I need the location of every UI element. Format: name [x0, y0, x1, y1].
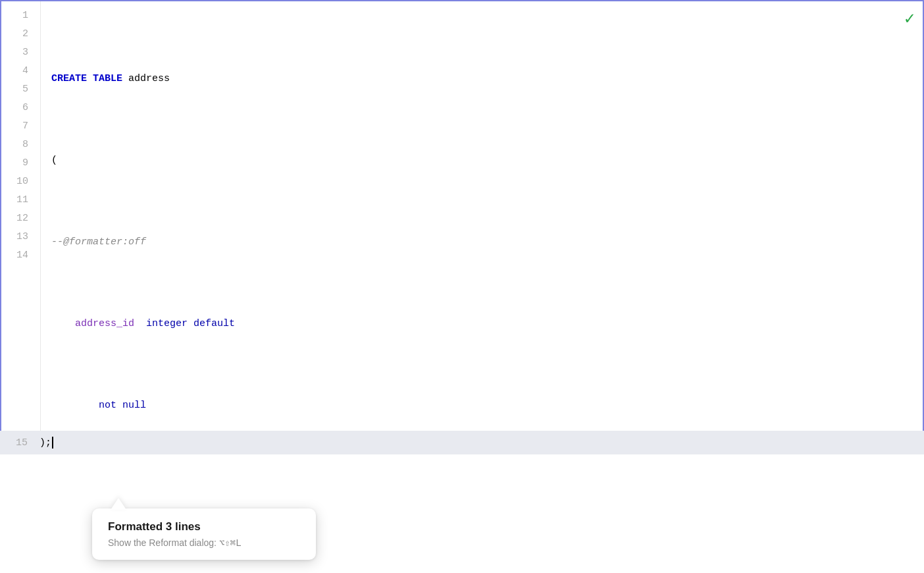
line-num-5: 5 [8, 80, 34, 99]
line-numbers: 1 2 3 4 5 6 7 8 9 10 11 12 13 14 [1, 1, 41, 453]
code-body: 1 2 3 4 5 6 7 8 9 10 11 12 13 14 CREATE … [1, 1, 923, 453]
tooltip-arrow [111, 498, 126, 510]
line-num-12: 12 [8, 209, 34, 228]
line-num-3: 3 [8, 43, 34, 62]
tooltip-popup: Formatted 3 lines Show the Reformat dial… [92, 508, 316, 560]
last-line-number: 15 [0, 437, 39, 449]
line-num-7: 7 [8, 117, 34, 136]
col-address-id: address_id [75, 316, 134, 332]
line-num-8: 8 [8, 136, 34, 154]
tooltip-title: Formatted 3 lines [108, 520, 297, 533]
line-num-1: 1 [8, 7, 34, 25]
code-line-3: --@formatter:off [51, 233, 912, 252]
tooltip-subtitle: Show the Reformat dialog: ⌥⇧⌘L [108, 537, 297, 548]
line-num-2: 2 [8, 25, 34, 43]
last-line-code: ); [39, 437, 53, 449]
code-line-4: address_id integer default [51, 315, 912, 333]
line-num-10: 10 [8, 173, 34, 191]
keyword-table: TABLE [93, 71, 122, 87]
editor-area: ✓ 1 2 3 4 5 6 7 8 9 10 11 12 13 14 [0, 0, 924, 573]
line-num-14: 14 [8, 246, 34, 265]
code-line-1: CREATE TABLE address [51, 70, 912, 88]
formatter-off-comment: --@formatter:off [51, 234, 146, 250]
keyword-create: CREATE [51, 71, 87, 87]
check-icon: ✓ [904, 8, 915, 29]
line-num-6: 6 [8, 99, 34, 117]
code-editor[interactable]: ✓ 1 2 3 4 5 6 7 8 9 10 11 12 13 14 [0, 0, 924, 454]
keyboard-shortcut: ⌥⇧⌘L [219, 537, 242, 548]
line-num-4: 4 [8, 62, 34, 80]
cursor [52, 437, 53, 449]
line-num-13: 13 [8, 228, 34, 246]
code-line-5: not null [51, 396, 912, 415]
line-num-9: 9 [8, 154, 34, 173]
last-line-area: 15 ); [0, 431, 924, 454]
code-content[interactable]: CREATE TABLE address ( --@formatter:off … [41, 1, 923, 453]
code-line-2: ( [51, 151, 912, 170]
line-num-11: 11 [8, 191, 34, 209]
